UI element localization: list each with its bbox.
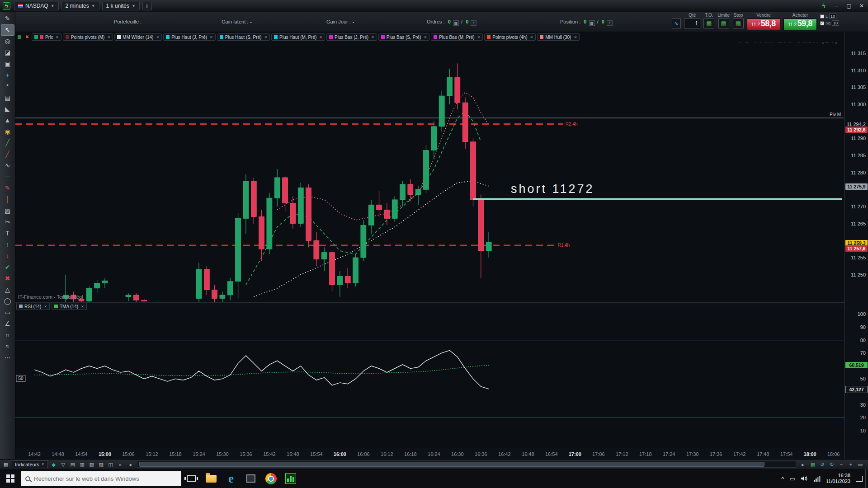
legend-remove-icon[interactable]: ✕ [156, 35, 159, 39]
scroll-left-button[interactable]: ◂ [126, 461, 134, 468]
rsi-legend-item[interactable]: RSI (14)✕ [16, 303, 50, 310]
l-checkbox[interactable] [820, 14, 824, 19]
legend-item[interactable]: Plus Haut (M, Pré)✕ [271, 33, 325, 41]
trade-annotation[interactable]: short 11272 [511, 182, 594, 196]
tray-expand-icon[interactable]: ^ [781, 475, 784, 482]
cancel-tool[interactable]: ✖ [1, 273, 14, 284]
scrollbar-thumb[interactable] [139, 462, 764, 467]
pencil-red-tool[interactable]: ✎ [1, 183, 14, 194]
minimize-button[interactable]: – [830, 1, 843, 10]
timeframe-selector[interactable]: 2 minutes ▼ [61, 2, 99, 10]
instrument-selector[interactable]: NASDAQ ▼ [14, 2, 59, 10]
marker-tool[interactable]: ◉ [1, 126, 14, 137]
buy-button[interactable]: 11 2 59,8 [783, 19, 817, 30]
sell-button[interactable]: 11 2 58,8 [747, 19, 780, 30]
taskbar-search[interactable] [21, 471, 181, 486]
zoom-tool[interactable]: ◎ [1, 36, 14, 47]
horizontal-segment-tool[interactable]: ─ [1, 171, 14, 183]
duplicate-tool[interactable]: ▣ [1, 58, 14, 70]
rsi-legend-item[interactable]: TMA (14)✕ [52, 303, 87, 310]
price-chart[interactable]: Piv MR2.4hR1.4hshort 11272 [15, 42, 844, 302]
legend-remove-icon[interactable]: ✕ [264, 35, 267, 39]
scissors-tool[interactable]: ✂ [1, 216, 14, 228]
units-selector[interactable]: 1 k unités ▼ [102, 2, 140, 10]
maximize-button[interactable]: ▢ [843, 1, 855, 10]
trading-app-button[interactable] [281, 469, 301, 488]
ruler-tool[interactable]: ◣ [1, 103, 14, 115]
split-view-icon[interactable]: ◫ [107, 461, 115, 468]
legend-remove-icon[interactable]: ✕ [477, 35, 481, 39]
scroll-right-button[interactable]: ▸ [799, 461, 807, 468]
file-explorer-button[interactable] [201, 469, 221, 488]
legend-remove-icon[interactable]: ✕ [107, 35, 110, 39]
rsi-chart[interactable]: 50 [15, 310, 844, 449]
legend-item[interactable]: MM Wilder (14)✕ [114, 33, 162, 41]
action-center-icon[interactable] [856, 476, 863, 482]
legend-item[interactable]: MM Hull (30)✕ [537, 33, 580, 41]
angle-tool[interactable]: ∠ [1, 318, 14, 329]
chrome-button[interactable] [261, 469, 281, 488]
legend-remove-icon[interactable]: ✕ [424, 35, 427, 39]
close-button[interactable]: ✕ [855, 1, 868, 10]
sg-value[interactable]: 10 [832, 20, 839, 26]
legend-item[interactable]: Points pivots (4h)✕ [484, 33, 536, 41]
fullscreen-icon[interactable]: ▭ [856, 461, 864, 468]
text-tool[interactable]: T [1, 228, 14, 239]
chart-scrollbar[interactable] [137, 461, 796, 468]
orders-settings-icon[interactable]: * [471, 20, 476, 26]
legend-remove-icon[interactable]: ✕ [371, 35, 374, 39]
stop-order-button[interactable]: ▦ [733, 19, 744, 28]
save-icon[interactable]: ▽ [59, 461, 67, 468]
zoom-out-icon[interactable]: − [837, 461, 845, 468]
delete-tool[interactable]: ▤ [1, 92, 14, 103]
redo-icon[interactable]: ↻ [828, 461, 836, 468]
legend-item[interactable]: Plus Bas (S, Pré)✕ [378, 33, 429, 41]
market-order-button[interactable]: ▦ [703, 19, 714, 28]
legend-remove-icon[interactable]: ✕ [319, 35, 322, 39]
orders-list-icon[interactable]: ▦ [453, 20, 459, 26]
chart-style-area-icon[interactable]: ▨ [97, 461, 105, 468]
eraser-tool[interactable]: ◪ [1, 47, 14, 58]
chart-style-candles-icon[interactable]: ▤ [69, 461, 77, 468]
share-icon[interactable]: ◆ [50, 461, 58, 468]
info-button[interactable]: i [142, 2, 152, 10]
pencil-tool[interactable]: ✎ [1, 13, 14, 24]
task-view-button[interactable] [181, 469, 201, 488]
chart-style-bars-icon[interactable]: ▥ [78, 461, 86, 468]
oblique-line-tool[interactable]: ╱ [1, 149, 14, 160]
search-input[interactable] [34, 475, 170, 482]
zoom-in-icon[interactable]: + [847, 461, 855, 468]
ellipse-tool[interactable]: ◯ [1, 296, 14, 307]
mini-chart-icon[interactable]: ∿ [672, 19, 681, 28]
cone-tool[interactable]: ▲ [1, 115, 14, 126]
l-value[interactable]: 10 [829, 14, 836, 19]
position-list-icon[interactable]: ▦ [589, 20, 595, 26]
indicators-button[interactable]: Indicateurs ▼ [12, 460, 48, 468]
legend-item[interactable]: Plus Bas (J, Pré)✕ [326, 33, 377, 41]
legend-remove-icon[interactable]: ✕ [56, 35, 59, 39]
legend-item[interactable]: Plus Bas (M, Pré)✕ [431, 33, 483, 41]
vertical-line-tool[interactable]: │ [1, 194, 14, 205]
move-tool[interactable]: + [1, 70, 14, 81]
taskbar-clock[interactable]: 16:38 11/01/2023 [826, 473, 850, 484]
price-axis[interactable]: 11 31511 31011 30511 30011 294,211 29011… [844, 32, 868, 459]
legend-item[interactable]: Points pivots (M)✕ [63, 33, 113, 41]
arc-tool[interactable]: ∩ [1, 329, 14, 341]
legend-remove-icon[interactable]: ✕ [44, 305, 47, 309]
confirm-tool[interactable]: ✔ [1, 262, 14, 273]
volume-icon[interactable] [801, 475, 808, 482]
curve-tool[interactable]: ∿ [1, 160, 14, 171]
trendline-tool[interactable]: ╱ [1, 137, 14, 149]
pages-icon[interactable]: ▦ [2, 461, 10, 468]
rectangle-tool[interactable]: ▭ [1, 307, 14, 318]
calendar-icon[interactable]: ▦ [809, 461, 817, 468]
position-settings-icon[interactable]: * [607, 20, 613, 26]
more-tools[interactable]: ⋯ [1, 352, 14, 363]
wave-tool[interactable]: ≈ [1, 341, 14, 352]
arrow-up-tool[interactable]: ↑ [1, 239, 14, 250]
triangle-tool[interactable]: △ [1, 284, 14, 296]
sg-checkbox[interactable]: ✓ [820, 21, 824, 25]
legend-item[interactable]: Prix✕ [32, 33, 61, 41]
legend-item[interactable]: Plus Haut (J, Pré)✕ [163, 33, 216, 41]
legend-remove-icon[interactable]: ✕ [530, 35, 533, 39]
